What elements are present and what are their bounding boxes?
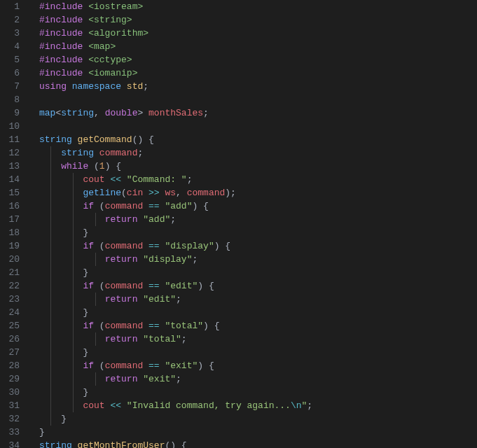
code-editor[interactable]: 1234567891011121314151617181920212223242… (0, 0, 477, 448)
code-token: > (137, 108, 148, 118)
code-token: <iostream> (88, 1, 143, 12)
code-token: <map> (88, 41, 116, 52)
indent-guide (73, 213, 74, 226)
code-token: command (105, 360, 144, 371)
code-token: << (105, 174, 127, 185)
code-token: == (143, 321, 165, 331)
code-token: ; (170, 214, 176, 225)
code-token: "edit" (143, 294, 176, 304)
line-number: 5 (6, 53, 20, 66)
indent-guide (50, 146, 51, 160)
indent-guide (50, 253, 51, 266)
code-line[interactable]: } (39, 426, 477, 439)
indent-guide (50, 160, 51, 173)
code-line[interactable]: #include <algorithm> (39, 27, 477, 40)
code-line[interactable]: getline(cin >> ws, command); (39, 186, 477, 200)
code-line[interactable]: } (39, 412, 477, 426)
code-line[interactable] (39, 120, 477, 133)
code-token: "display" (143, 254, 192, 265)
line-number: 15 (6, 186, 20, 200)
code-token (39, 201, 83, 211)
code-token: } (39, 227, 88, 238)
code-line[interactable]: string getMonthFromUser() { (39, 439, 477, 448)
indent-guide (73, 266, 74, 279)
code-line[interactable]: } (39, 306, 477, 319)
code-token: <iomanip> (88, 68, 137, 78)
code-token: "add" (143, 214, 170, 225)
code-line[interactable]: #include <iostream> (39, 0, 477, 13)
line-number: 9 (6, 106, 20, 120)
code-token: "Command: " (127, 174, 187, 185)
code-line[interactable]: if (command == "exit") { (39, 359, 477, 372)
code-token: () { (132, 134, 154, 145)
code-line[interactable]: } (39, 226, 477, 239)
code-token: ; (143, 81, 148, 92)
code-line[interactable]: if (command == "add") { (39, 200, 477, 213)
indent-guide (73, 386, 74, 399)
line-number: 17 (6, 213, 20, 226)
code-line[interactable]: if (command == "display") { (39, 239, 477, 253)
code-line[interactable]: cout << "Invalid command, try again...\n… (39, 399, 477, 412)
indent-guide (50, 226, 51, 239)
line-number: 16 (6, 200, 20, 213)
indent-guide (50, 306, 51, 319)
line-number: 18 (6, 226, 20, 239)
indent-guide (50, 386, 51, 399)
code-token: command (105, 241, 144, 251)
code-token: getCommand (78, 134, 132, 145)
indent-guide (73, 359, 74, 372)
code-line[interactable]: return "total"; (39, 332, 477, 346)
code-line[interactable]: #include <map> (39, 40, 477, 53)
line-number: 13 (6, 160, 20, 173)
indent-guide (50, 319, 51, 332)
code-token: ; (176, 294, 181, 304)
code-line[interactable]: using namespace std; (39, 80, 477, 93)
indent-guide (50, 266, 51, 279)
code-line[interactable]: return "display"; (39, 253, 477, 266)
code-line[interactable]: while (1) { (39, 160, 477, 173)
code-token: "exit" (143, 374, 176, 384)
indent-guide (73, 253, 74, 266)
code-line[interactable]: return "edit"; (39, 293, 477, 306)
line-number: 30 (6, 386, 20, 399)
code-line[interactable]: #include <string> (39, 13, 477, 27)
indent-guide (73, 346, 74, 359)
line-number: 19 (6, 239, 20, 253)
code-token: 1 (99, 161, 105, 172)
code-token: #include (39, 1, 88, 12)
code-line[interactable]: } (39, 346, 477, 359)
line-number: 10 (6, 120, 20, 133)
code-token: cin (127, 188, 143, 198)
code-line[interactable]: } (39, 386, 477, 399)
code-token: ) { (192, 201, 208, 211)
code-line[interactable]: } (39, 266, 477, 279)
code-line[interactable]: return "add"; (39, 213, 477, 226)
code-token: return (105, 334, 144, 344)
line-number: 21 (6, 266, 20, 279)
code-token: ); (225, 188, 236, 198)
code-token: } (39, 414, 67, 424)
code-token: using (39, 81, 72, 92)
indent-guide (73, 319, 74, 332)
line-number: 11 (6, 133, 20, 146)
line-number: 12 (6, 146, 20, 160)
code-line[interactable]: cout << "Command: "; (39, 173, 477, 186)
code-line[interactable]: string command; (39, 146, 477, 160)
indent-guide (95, 332, 96, 346)
code-line[interactable] (39, 93, 477, 106)
code-token: std (127, 81, 143, 92)
code-line[interactable]: if (command == "edit") { (39, 279, 477, 293)
code-line[interactable]: #include <iomanip> (39, 66, 477, 80)
code-line[interactable]: map<string, double> monthSales; (39, 106, 477, 120)
code-token: == (143, 360, 165, 371)
code-line[interactable]: return "exit"; (39, 372, 477, 386)
code-line[interactable]: if (command == "total") { (39, 319, 477, 332)
code-line[interactable]: string getCommand() { (39, 133, 477, 146)
code-token: ( (94, 161, 99, 172)
code-line[interactable]: #include <cctype> (39, 53, 477, 66)
indent-guide (50, 279, 51, 293)
indent-guide (50, 332, 51, 346)
indent-guide (73, 226, 74, 239)
code-token: string (61, 108, 94, 118)
code-area[interactable]: #include <iostream>#include <string>#inc… (29, 0, 477, 448)
